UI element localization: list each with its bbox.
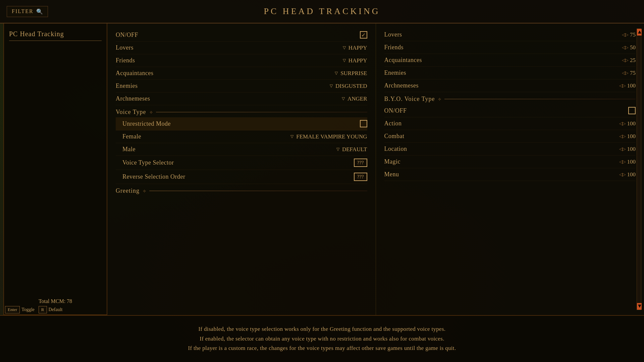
bottom-line-3: If the player is a custom race, the chan… (188, 344, 456, 353)
enemies-val-text: DISGUSTED (335, 83, 367, 89)
archnemeses-row[interactable]: Archnemeses ▽ ANGER (116, 93, 367, 105)
greeting-line (149, 191, 367, 191)
friends-num-arrows: ◁▷ (622, 45, 628, 50)
right-enemies-row[interactable]: Enemies ◁▷ 75 (384, 67, 636, 79)
bottom-line-1: If disabled, the voice type selection wo… (199, 324, 446, 334)
sidebar-active-item[interactable]: PC Head Tracking (9, 30, 102, 41)
combat-value: ◁▷ 100 (619, 133, 636, 140)
greeting-section-icon: ⟡ (143, 188, 146, 194)
byo-on-off-label: ON/OFF (384, 107, 407, 114)
action-row[interactable]: Action ◁▷ 100 (384, 117, 636, 130)
menu-row[interactable]: Menu ◁▷ 100 (384, 168, 636, 181)
enemies-row[interactable]: Enemies ▽ DISGUSTED (116, 80, 367, 93)
bottom-line-2: If enabled, the selector can obtain any … (200, 334, 444, 344)
acquaintances-val-text: SURPRISE (340, 70, 367, 77)
page-title: PC HEAD TRACKING (264, 6, 380, 16)
top-bar: FILTER 🔍 PC HEAD TRACKING (0, 0, 644, 23)
right-archnemeses-num: 100 (627, 82, 636, 89)
r-key: R (39, 306, 47, 313)
lovers-row[interactable]: Lovers ▽ HAPPY (116, 42, 367, 54)
lovers-num-arrows: ◁▷ (622, 32, 628, 38)
lovers-value: ▽ HAPPY (343, 45, 367, 51)
action-num-arrows: ◁▷ (619, 121, 625, 126)
location-row[interactable]: Location ◁▷ 100 (384, 143, 636, 156)
action-label: Action (384, 120, 402, 127)
female-row[interactable]: Female ▽ FEMALE VAMPIRE YOUNG (116, 130, 367, 143)
acquaintances-value: ▽ SURPRISE (335, 70, 367, 77)
lovers-label: Lovers (116, 44, 133, 51)
action-num: 100 (627, 120, 636, 127)
reverse-selection-btn[interactable]: ??? (354, 173, 367, 181)
menu-num: 100 (627, 171, 636, 178)
center-panel: ON/OFF Lovers ▽ HAPPY Friends ▽ HAPPY (107, 23, 376, 315)
reverse-selection-label: Reverse Selection Order (122, 173, 185, 180)
voice-type-selector-row[interactable]: Voice Type Selector ??? (116, 156, 367, 170)
friends-row[interactable]: Friends ▽ HAPPY (116, 54, 367, 67)
acquaintances-arrow: ▽ (335, 71, 338, 76)
enemies-value: ▽ DISGUSTED (330, 83, 367, 89)
magic-row[interactable]: Magic ◁▷ 100 (384, 156, 636, 168)
right-archnemeses-value: ◁▷ 100 (619, 82, 636, 89)
byo-section-icon: ⟡ (438, 97, 441, 102)
content-area: PC Head Tracking Total MCM: 78 ON/OFF Lo… (0, 23, 644, 315)
scrollbar-up-button[interactable]: ▲ (637, 29, 642, 36)
lovers-val-text: HAPPY (348, 45, 367, 51)
archnemeses-arrow: ▽ (342, 96, 345, 101)
menu-label: Menu (384, 171, 399, 178)
sidebar: PC Head Tracking Total MCM: 78 (3, 23, 107, 315)
search-icon: 🔍 (36, 8, 43, 15)
on-off-checkbox[interactable] (360, 31, 367, 39)
archnemeses-num-arrows: ◁▷ (619, 83, 625, 88)
on-off-row[interactable]: ON/OFF (116, 28, 367, 42)
magic-num: 100 (627, 159, 636, 165)
right-archnemeses-row[interactable]: Archnemeses ◁▷ 100 (384, 79, 636, 92)
right-acquaintances-row[interactable]: Acquaintances ◁▷ 25 (384, 54, 636, 67)
right-enemies-num: 75 (630, 70, 636, 76)
acquaintances-num-arrows: ◁▷ (622, 57, 628, 63)
total-mcm-value: 78 (67, 298, 72, 304)
byo-on-off-row[interactable]: ON/OFF (384, 104, 636, 117)
key-hints: Enter Toggle R Default (5, 306, 63, 313)
female-label: Female (122, 133, 141, 140)
menu-value: ◁▷ 100 (619, 171, 636, 178)
enter-hint: Enter Toggle (5, 306, 35, 313)
archnemeses-value: ▽ ANGER (342, 96, 367, 102)
right-friends-label: Friends (384, 44, 404, 51)
male-row[interactable]: Male ▽ DEFAULT (116, 143, 367, 156)
voice-type-selector-btn[interactable]: ??? (354, 159, 367, 167)
scrollbar-track[interactable]: ▲ ▼ (637, 28, 641, 310)
combat-num-arrows: ◁▷ (619, 133, 625, 139)
combat-row[interactable]: Combat ◁▷ 100 (384, 130, 636, 143)
r-hint: R Default (39, 306, 63, 313)
greeting-label: Greeting (116, 187, 140, 194)
male-label: Male (122, 146, 136, 153)
female-value: ▽ FEMALE VAMPIRE YOUNG (290, 133, 367, 140)
unrestricted-mode-label: Unrestricted Mode (122, 120, 171, 127)
filter-area[interactable]: FILTER 🔍 (7, 6, 48, 17)
location-value: ◁▷ 100 (619, 146, 636, 153)
unrestricted-mode-checkbox[interactable] (360, 120, 367, 127)
location-num-arrows: ◁▷ (619, 146, 625, 152)
right-lovers-row[interactable]: Lovers ◁▷ 75 (384, 28, 636, 41)
scrollbar-down-button[interactable]: ▼ (637, 303, 642, 310)
magic-label: Magic (384, 158, 400, 165)
right-acquaintances-num: 25 (630, 57, 636, 64)
right-enemies-label: Enemies (384, 69, 406, 76)
acquaintances-row[interactable]: Acquaintances ▽ SURPRISE (116, 67, 367, 80)
magic-value: ◁▷ 100 (619, 159, 636, 165)
location-num: 100 (627, 146, 636, 153)
acquaintances-label: Acquaintances (116, 70, 153, 77)
reverse-selection-row[interactable]: Reverse Selection Order ??? (116, 170, 367, 184)
voice-type-section: Voice Type ⟡ (116, 105, 367, 117)
byo-on-off-checkbox[interactable] (628, 107, 636, 114)
right-friends-value: ◁▷ 50 (622, 44, 636, 51)
unrestricted-mode-row[interactable]: Unrestricted Mode (116, 117, 367, 130)
right-enemies-value: ◁▷ 75 (622, 70, 636, 76)
enemies-label: Enemies (116, 82, 138, 89)
combat-label: Combat (384, 133, 405, 140)
lovers-arrow: ▽ (343, 45, 346, 50)
friends-val-text: HAPPY (348, 57, 367, 64)
r-label: Default (49, 307, 63, 312)
right-friends-row[interactable]: Friends ◁▷ 50 (384, 41, 636, 54)
right-archnemeses-label: Archnemeses (384, 82, 419, 89)
